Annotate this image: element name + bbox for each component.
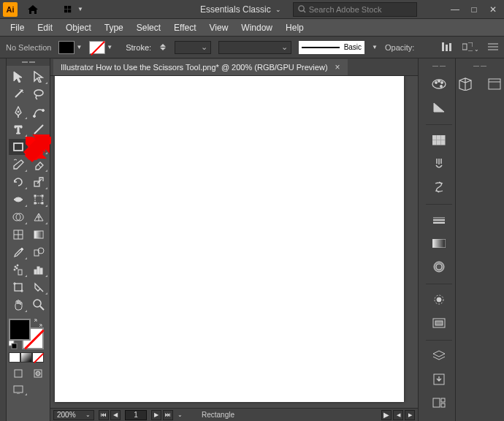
color-mode-none[interactable]	[32, 352, 44, 363]
pen-tool[interactable]	[9, 104, 28, 120]
svg-rect-49	[37, 267, 39, 274]
zoom-level-input[interactable]: 200%⌄	[53, 410, 94, 420]
selection-tool[interactable]	[9, 69, 28, 85]
graphic-style-dropdown[interactable]: Basic	[299, 41, 364, 54]
panel-grip-2[interactable]	[456, 61, 504, 70]
prev-artboard-button[interactable]: ◀	[110, 410, 121, 420]
fill-color-swatch[interactable]	[9, 319, 31, 341]
symbols-panel-icon[interactable]	[427, 176, 451, 198]
svg-rect-93	[441, 398, 445, 402]
perspective-grid-tool[interactable]	[29, 209, 48, 225]
zoom-tool[interactable]	[29, 297, 48, 313]
close-tab-icon[interactable]: ×	[335, 62, 340, 72]
layers-panel-icon[interactable]	[427, 345, 451, 367]
home-button[interactable]	[23, 2, 42, 17]
column-graph-tool[interactable]	[29, 262, 48, 278]
hand-tool[interactable]	[9, 297, 28, 313]
shape-builder-tool[interactable]	[9, 209, 28, 225]
search-stock-input[interactable]: Search Adobe Stock	[293, 2, 417, 17]
svg-rect-76	[437, 135, 440, 140]
next-artboard-button[interactable]: ▶	[151, 410, 161, 420]
canvas-viewport[interactable]	[50, 76, 418, 408]
style-dropdown-icon[interactable]: ▼	[372, 44, 378, 50]
menu-edit[interactable]: Edit	[31, 20, 58, 35]
artboard[interactable]	[55, 76, 404, 402]
blend-tool[interactable]	[29, 244, 48, 260]
libraries-panel-icon[interactable]	[453, 73, 478, 95]
scroll-left-small[interactable]: ◀	[393, 410, 403, 420]
transparency-panel-icon[interactable]	[427, 256, 451, 278]
menu-object[interactable]: Object	[60, 20, 97, 35]
artboard-nav-dropdown[interactable]: ⌄	[177, 411, 183, 418]
color-panel-icon[interactable]	[427, 73, 451, 95]
swatches-panel-icon[interactable]	[427, 129, 451, 151]
align-panel-icon[interactable]	[442, 42, 454, 53]
transform-panel-icon[interactable]: ⌄	[462, 42, 479, 53]
width-tool[interactable]	[9, 191, 28, 208]
minimize-button[interactable]: —	[447, 2, 463, 17]
artboards-panel-icon[interactable]	[427, 392, 451, 414]
slice-tool[interactable]	[29, 279, 48, 295]
preferences-icon[interactable]	[488, 42, 498, 53]
menu-window[interactable]: Window	[235, 20, 278, 35]
color-mode-gradient[interactable]	[20, 352, 32, 363]
properties-panel-icon[interactable]	[482, 73, 504, 95]
close-button[interactable]: ✕	[485, 2, 501, 17]
fill-dropdown-icon[interactable]: ▼	[76, 44, 82, 50]
default-fill-stroke-icon[interactable]	[9, 341, 18, 349]
workspace-switcher[interactable]: Essentials Classic⌄	[200, 4, 281, 15]
color-mode-buttons	[9, 352, 47, 363]
menu-effect[interactable]: Effect	[168, 20, 202, 35]
color-mode-solid[interactable]	[9, 352, 20, 363]
svg-rect-2	[64, 10, 67, 12]
draw-behind-icon[interactable]	[29, 367, 48, 380]
gradient-tool[interactable]	[29, 227, 48, 243]
swap-fill-stroke-icon[interactable]	[34, 319, 42, 327]
document-tab[interactable]: Illustrator How to Use the Scissors Tool…	[53, 59, 348, 75]
brushes-panel-icon[interactable]	[427, 153, 451, 175]
stroke-dropdown-icon[interactable]: ▼	[107, 44, 112, 50]
free-transform-tool[interactable]	[29, 191, 48, 208]
mesh-tool[interactable]	[9, 227, 28, 243]
menu-help[interactable]: Help	[280, 20, 310, 35]
graphic-styles-panel-icon[interactable]	[427, 312, 451, 334]
magic-wand-tool[interactable]	[9, 86, 28, 102]
rotate-tool[interactable]	[9, 174, 28, 190]
stroke-profile-dropdown[interactable]: ⌄	[175, 41, 211, 54]
eyedropper-tool[interactable]	[9, 244, 28, 260]
direct-selection-tool[interactable]	[29, 69, 48, 85]
menu-file[interactable]: File	[4, 20, 30, 35]
brush-definition-dropdown[interactable]: ⌄	[218, 41, 291, 54]
arrange-documents-button[interactable]: ▼	[64, 2, 83, 17]
gradient-panel-icon[interactable]	[427, 232, 451, 254]
menu-type[interactable]: Type	[99, 20, 129, 35]
stroke-panel-icon[interactable]	[427, 209, 451, 231]
last-artboard-button[interactable]: ⏭	[163, 410, 173, 420]
maximize-button[interactable]: □	[466, 2, 482, 17]
stroke-swatch[interactable]	[89, 41, 105, 54]
menu-view[interactable]: View	[204, 20, 234, 35]
asset-export-panel-icon[interactable]	[427, 368, 451, 390]
fill-swatch[interactable]	[58, 41, 75, 54]
curvature-tool[interactable]	[29, 104, 48, 120]
scroll-right-small[interactable]: ▶	[405, 410, 415, 420]
color-guide-panel-icon[interactable]	[427, 96, 451, 118]
scroll-right-button[interactable]: ▶	[381, 410, 392, 420]
draw-normal-icon[interactable]	[9, 367, 28, 380]
first-artboard-button[interactable]: ⏮	[99, 410, 109, 420]
svg-rect-3	[68, 10, 71, 12]
appearance-panel-icon[interactable]	[427, 289, 451, 311]
artboard-tool[interactable]	[9, 279, 28, 295]
document-area: Illustrator How to Use the Scissors Tool…	[50, 58, 418, 421]
stroke-weight-stepper[interactable]	[159, 41, 167, 54]
fill-stroke-indicator[interactable]	[7, 316, 50, 365]
scale-tool[interactable]	[29, 174, 48, 190]
panel-grip-1[interactable]	[422, 61, 455, 70]
lasso-tool[interactable]	[29, 86, 48, 102]
symbol-sprayer-tool[interactable]	[9, 262, 28, 278]
menu-select[interactable]: Select	[131, 20, 167, 35]
search-icon	[298, 5, 306, 13]
screen-mode-button[interactable]	[9, 383, 28, 396]
artboard-number-input[interactable]: 1	[125, 410, 147, 420]
tool-panel-grip[interactable]	[7, 58, 50, 66]
